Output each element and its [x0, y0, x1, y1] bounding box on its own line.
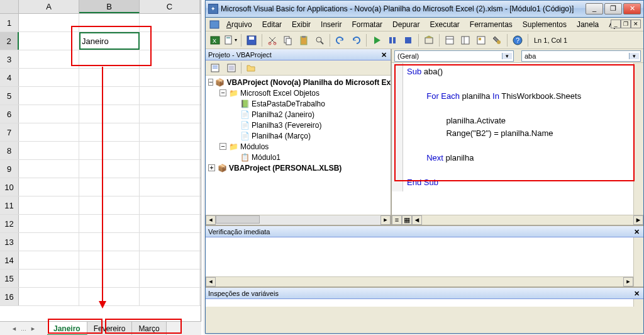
cell[interactable]	[140, 87, 200, 105]
select-all-corner[interactable]	[0, 0, 19, 13]
tree-toggle[interactable]: −	[208, 79, 213, 86]
copy-button[interactable]	[281, 33, 295, 47]
cell[interactable]	[19, 32, 79, 50]
immediate-area[interactable]: ◄►	[206, 237, 643, 287]
row-header[interactable]: 11	[0, 196, 19, 214]
cell[interactable]	[140, 288, 200, 305]
project-tree[interactable]: −📦VBAProject (Novo(a) Planilha do Micros…	[206, 76, 391, 215]
row-header[interactable]: 14	[0, 251, 19, 269]
cell[interactable]	[19, 196, 79, 214]
menu-formatar[interactable]: Formatar	[347, 19, 387, 30]
cell[interactable]	[140, 32, 200, 50]
cell[interactable]	[140, 50, 200, 68]
column-header-b[interactable]: B	[79, 0, 140, 13]
cell[interactable]	[79, 87, 140, 105]
sheet-tab-fevereiro[interactable]: Fevereiro	[87, 322, 133, 336]
cell[interactable]	[79, 215, 140, 232]
watches-area[interactable]	[206, 299, 643, 307]
save-button[interactable]	[245, 33, 258, 47]
toolbox-button[interactable]	[490, 33, 504, 47]
redo-button[interactable]	[349, 33, 363, 47]
cell[interactable]	[79, 288, 140, 305]
cell[interactable]	[140, 142, 200, 159]
minimize-button[interactable]: _	[586, 3, 603, 14]
row-header[interactable]: 6	[0, 105, 19, 123]
code-vscroll[interactable]	[633, 63, 643, 215]
scroll-left-icon[interactable]: ◄	[206, 215, 216, 225]
menu-suplementos[interactable]: Suplementos	[518, 19, 571, 30]
row-header[interactable]: 1	[0, 14, 19, 31]
mdi-restore[interactable]: ❐	[621, 20, 631, 28]
cell[interactable]	[79, 50, 140, 68]
paste-button[interactable]	[297, 33, 311, 47]
menu-janela[interactable]: Janela	[572, 19, 603, 30]
cell[interactable]	[79, 233, 140, 251]
cell[interactable]	[19, 270, 79, 287]
project-hscroll[interactable]: ◄ ►	[206, 215, 391, 225]
cell[interactable]	[140, 69, 200, 86]
cell[interactable]	[79, 251, 140, 269]
scroll-right-icon[interactable]: ►	[623, 277, 633, 287]
menu-arquivo[interactable]: Arquivo	[222, 19, 257, 30]
cell[interactable]	[140, 105, 200, 123]
design-mode-button[interactable]	[422, 33, 436, 47]
watches-vscroll[interactable]	[633, 299, 643, 307]
cell[interactable]	[79, 105, 140, 123]
project-close-button[interactable]: ✕	[379, 49, 388, 60]
cell[interactable]	[140, 251, 200, 269]
row-header[interactable]: 3	[0, 50, 19, 68]
row-header[interactable]: 15	[0, 270, 19, 287]
close-button[interactable]: ✕	[623, 3, 641, 14]
row-header[interactable]: 4	[0, 69, 19, 86]
cell[interactable]	[140, 14, 200, 31]
row-header[interactable]: 13	[0, 233, 19, 251]
sheet-tab-janeiro[interactable]: Janeiro	[47, 322, 87, 336]
chevron-down-icon[interactable]: ▾	[629, 53, 639, 59]
column-header-c[interactable]: C	[140, 0, 200, 13]
cell[interactable]	[19, 123, 79, 141]
object-browser-button[interactable]	[474, 33, 488, 47]
titlebar[interactable]: ✦ Microsoft Visual Basic for Application…	[206, 1, 643, 18]
cell[interactable]	[140, 178, 200, 196]
cell[interactable]	[140, 215, 200, 232]
cell[interactable]	[140, 123, 200, 141]
cell[interactable]	[140, 160, 200, 178]
row-header[interactable]: 2	[0, 32, 19, 50]
full-view-button[interactable]: ▦	[402, 215, 412, 225]
tree-toggle[interactable]: +	[208, 164, 215, 171]
scroll-left-icon[interactable]: ◄	[206, 277, 216, 287]
view-object-button[interactable]	[225, 62, 238, 74]
immediate-close-button[interactable]: ✕	[632, 226, 641, 237]
scroll-right-icon[interactable]: ►	[633, 215, 643, 225]
mdi-close[interactable]: ✕	[631, 20, 641, 28]
menu-ferramentas[interactable]: Ferramentas	[465, 19, 517, 30]
procedure-combo[interactable]: aba▾	[521, 50, 641, 62]
cell[interactable]	[140, 270, 200, 287]
menu-exibir[interactable]: Exibir	[287, 19, 315, 30]
run-button[interactable]	[370, 33, 384, 47]
cell[interactable]	[79, 270, 140, 287]
tree-item[interactable]: Planilha2 (Janeiro)	[252, 110, 314, 119]
cell[interactable]	[140, 196, 200, 214]
cell[interactable]	[19, 160, 79, 178]
tree-item[interactable]: Planilha4 (Março)	[252, 132, 311, 140]
mdi-minimize[interactable]: _	[611, 20, 621, 28]
undo-button[interactable]	[333, 33, 347, 47]
cell[interactable]	[19, 288, 79, 305]
cell[interactable]	[79, 196, 140, 214]
menu-inserir[interactable]: Inserir	[316, 19, 346, 30]
tree-item[interactable]: EstaPastaDeTrabalho	[252, 99, 325, 108]
cell[interactable]	[19, 14, 79, 31]
view-excel-button[interactable]: X	[208, 33, 222, 47]
code-editor[interactable]: Sub aba() For Each planilha In ThisWorkb…	[392, 63, 643, 191]
cell[interactable]	[79, 123, 140, 141]
insert-dropdown[interactable]: ▾	[224, 33, 238, 47]
object-combo[interactable]: (Geral)▾	[394, 50, 514, 62]
row-header[interactable]: 16	[0, 288, 19, 305]
row-header[interactable]: 9	[0, 160, 19, 178]
cell[interactable]	[79, 160, 140, 178]
cell[interactable]	[79, 142, 140, 159]
find-button[interactable]	[313, 33, 326, 47]
cell[interactable]	[19, 233, 79, 251]
row-header[interactable]: 5	[0, 87, 19, 105]
